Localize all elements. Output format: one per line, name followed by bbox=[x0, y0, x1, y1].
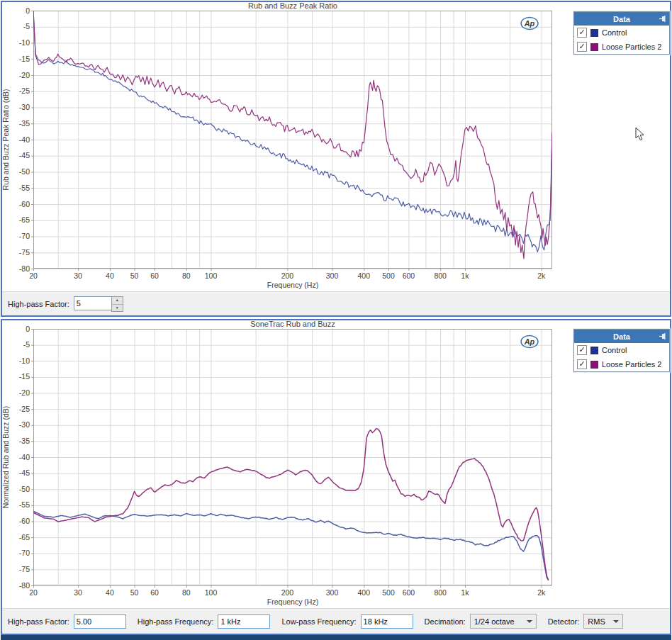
x-tick-label: 800 bbox=[434, 271, 447, 280]
x-tick-label: 400 bbox=[358, 588, 371, 597]
x-axis-title: Frequency (Hz) bbox=[267, 281, 318, 289]
x-tick-label: 1k bbox=[461, 588, 469, 597]
high-pass-frequency-input[interactable] bbox=[218, 614, 270, 629]
legend-item: ✓Control bbox=[574, 26, 669, 40]
detector-value: RMS bbox=[588, 617, 605, 626]
grid bbox=[33, 11, 552, 269]
x-tick-label: 600 bbox=[403, 271, 415, 280]
y-tick-label: -65 bbox=[19, 533, 30, 541]
rub-and-buzz-peak-ratio-panel: Rub and Buzz Peak Ratio20304050608010020… bbox=[1, 1, 671, 317]
y-tick-label: -20 bbox=[19, 388, 30, 397]
x-tick-label: 30 bbox=[74, 271, 82, 280]
low-pass-frequency-input[interactable] bbox=[361, 614, 413, 629]
y-tick-label: -55 bbox=[19, 500, 30, 509]
legend-panel: Data✓Control✓Loose Particles 2 bbox=[573, 11, 670, 55]
decimation-label: Decimation: bbox=[425, 617, 466, 626]
grid bbox=[33, 329, 552, 586]
y-tick-label: -10 bbox=[19, 38, 30, 47]
x-axis-ticks: 2030405060801002003004005006008001k2k bbox=[29, 585, 546, 597]
series-group bbox=[33, 429, 549, 580]
top-control-bar: High-pass Factor: ▲▼ bbox=[2, 291, 670, 315]
detector-select[interactable]: RMS bbox=[583, 614, 623, 629]
x-tick-label: 200 bbox=[281, 588, 294, 597]
legend-item-label: Control bbox=[602, 28, 627, 37]
high-pass-frequency-label: High-pass Frequency: bbox=[138, 617, 214, 626]
y-tick-label: -10 bbox=[19, 357, 30, 365]
decimation-select[interactable]: 1/24 octave bbox=[470, 614, 537, 629]
y-tick-label: -60 bbox=[19, 517, 30, 525]
ap-analyzer-window: Rub and Buzz Peak Ratio20304050608010020… bbox=[0, 0, 672, 640]
y-tick-label: -15 bbox=[19, 55, 30, 63]
x-tick-label: 60 bbox=[150, 588, 159, 597]
x-tick-label: 50 bbox=[130, 588, 139, 597]
legend-title: Data bbox=[613, 332, 630, 341]
legend-header: Data bbox=[574, 330, 669, 343]
x-tick-label: 20 bbox=[29, 271, 38, 280]
spinner-up-button[interactable]: ▲ bbox=[112, 297, 123, 304]
high-pass-factor-input[interactable] bbox=[74, 614, 126, 629]
ap-logo-icon: Ap bbox=[521, 18, 538, 30]
y-tick-label: -15 bbox=[19, 372, 30, 381]
y-tick-label: -5 bbox=[23, 22, 30, 30]
legend-checkbox-control[interactable]: ✓ bbox=[577, 345, 587, 355]
sonetrac-rub-and-buzz-panel: SoneTrac Rub and Buzz2030405060801002003… bbox=[1, 319, 671, 635]
pin-icon[interactable] bbox=[658, 332, 667, 341]
legend-item: ✓Loose Particles 2 bbox=[574, 357, 669, 371]
legend-item: ✓Control bbox=[574, 343, 669, 357]
x-tick-label: 40 bbox=[106, 588, 114, 597]
x-tick-label: 500 bbox=[382, 271, 395, 280]
legend-item: ✓Loose Particles 2 bbox=[574, 40, 669, 54]
chart-title: Rub and Buzz Peak Ratio bbox=[248, 2, 337, 10]
detector-label: Detector: bbox=[548, 617, 580, 626]
y-axis-title: Normalized Rub and Buzz (dB) bbox=[2, 406, 10, 509]
series-line-loose-particles-2 bbox=[33, 11, 552, 259]
x-tick-label: 50 bbox=[130, 271, 139, 280]
legend-checkbox-loose-particles-2[interactable]: ✓ bbox=[577, 42, 587, 52]
top-chart: Rub and Buzz Peak Ratio20304050608010020… bbox=[2, 2, 667, 291]
legend-panel: Data✓Control✓Loose Particles 2 bbox=[573, 329, 670, 372]
x-tick-label: 60 bbox=[150, 271, 159, 280]
x-tick-label: 500 bbox=[382, 588, 395, 597]
y-axis-title: Rub and Buzz Peak Ratio (dB) bbox=[2, 89, 10, 191]
legend-checkbox-loose-particles-2[interactable]: ✓ bbox=[577, 359, 587, 369]
spinner-down-button[interactable]: ▼ bbox=[112, 304, 123, 311]
y-tick-label: -75 bbox=[19, 248, 30, 257]
x-tick-label: 80 bbox=[182, 588, 191, 597]
chevron-down-icon bbox=[613, 620, 619, 623]
y-tick-label: -40 bbox=[19, 453, 30, 461]
high-pass-factor-label: High-pass Factor: bbox=[8, 300, 69, 308]
x-axis-ticks: 2030405060801002003004005006008001k2k bbox=[29, 269, 546, 280]
legend-swatch bbox=[590, 347, 598, 354]
high-pass-factor-spinner[interactable]: ▲▼ bbox=[74, 296, 123, 312]
y-axis-ticks: 0-5-10-15-20-25-30-35-40-45-50-55-60-65-… bbox=[19, 325, 33, 590]
legend-swatch bbox=[590, 361, 598, 369]
legend-title: Data bbox=[613, 15, 630, 23]
y-tick-label: -35 bbox=[19, 437, 30, 445]
bottom-chart-area: SoneTrac Rub and Buzz2030405060801002003… bbox=[2, 320, 667, 608]
y-tick-label: -50 bbox=[19, 485, 30, 493]
legend-checkbox-control[interactable]: ✓ bbox=[577, 28, 587, 38]
x-tick-label: 40 bbox=[106, 271, 114, 280]
y-tick-label: -70 bbox=[19, 232, 30, 240]
y-tick-label: -80 bbox=[19, 264, 30, 273]
y-tick-label: -25 bbox=[19, 86, 30, 95]
pin-icon[interactable] bbox=[658, 14, 667, 23]
ap-logo-icon: Ap bbox=[521, 336, 538, 348]
y-tick-label: -70 bbox=[19, 549, 30, 557]
y-tick-label: -75 bbox=[19, 565, 30, 573]
x-tick-label: 80 bbox=[182, 271, 191, 280]
series-line-control bbox=[33, 11, 552, 252]
x-tick-label: 30 bbox=[74, 588, 82, 597]
y-axis-ticks: 0-5-10-15-20-25-30-35-40-45-50-55-60-65-… bbox=[19, 6, 33, 273]
x-tick-label: 100 bbox=[205, 271, 218, 280]
y-tick-label: -55 bbox=[19, 184, 30, 192]
x-tick-label: 1k bbox=[461, 271, 469, 280]
y-tick-label: -35 bbox=[19, 119, 30, 128]
x-tick-label: 400 bbox=[358, 271, 371, 280]
y-tick-label: -45 bbox=[19, 151, 30, 159]
y-tick-label: -45 bbox=[19, 468, 30, 477]
low-pass-frequency-label: Low-pass Frequency: bbox=[281, 617, 356, 626]
x-tick-label: 300 bbox=[326, 271, 339, 280]
high-pass-factor-input[interactable] bbox=[74, 296, 111, 310]
chevron-down-icon bbox=[527, 620, 532, 623]
